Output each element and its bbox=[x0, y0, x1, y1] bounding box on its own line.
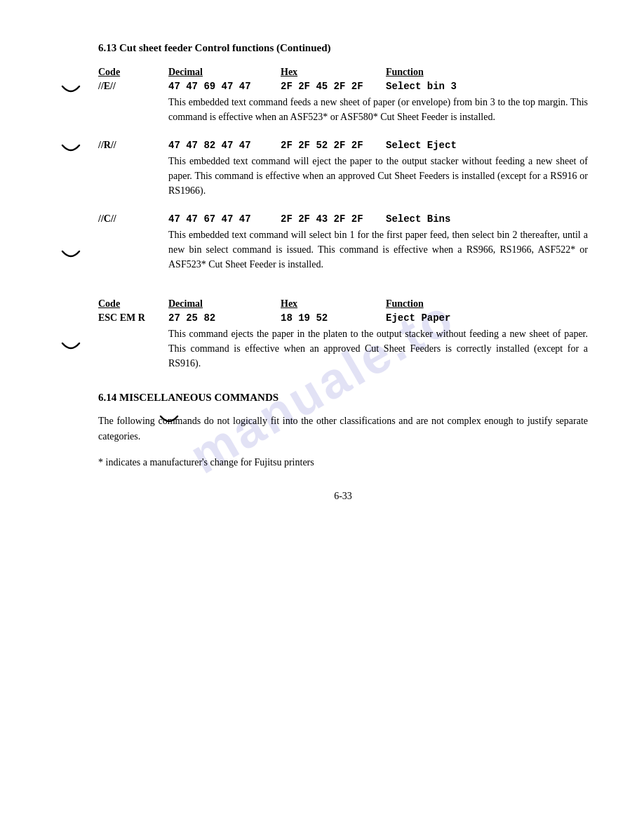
entry-ESC-decimal: 27 25 82 bbox=[168, 312, 281, 324]
section-614-footnote: * indicates a manufacturer's change for … bbox=[98, 455, 588, 470]
section-614: 6.14 MISCELLANEOUS COMMANDS The followin… bbox=[98, 392, 588, 470]
page-number: 6-33 bbox=[98, 491, 588, 502]
entry-R-body: This embedded text command will eject th… bbox=[168, 154, 588, 198]
entry-C-decimal: 47 47 67 47 47 bbox=[168, 213, 281, 225]
sidebar-icon-E bbox=[60, 84, 82, 98]
sidebar-icon-C bbox=[60, 249, 82, 263]
table-header-2: Code Decimal Hex Function bbox=[98, 298, 588, 310]
entry-C-body: This embedded text command will select b… bbox=[168, 227, 588, 272]
entry-E-decimal: 47 47 69 47 47 bbox=[168, 81, 281, 92]
entry-ESC: ESC EM R 27 25 82 18 19 52 Eject Paper T… bbox=[98, 312, 588, 371]
entry-E-hex: 2F 2F 45 2F 2F bbox=[281, 81, 386, 92]
col-hex-header2: Hex bbox=[281, 298, 386, 310]
entry-ESC-body: This command ejects the paper in the pla… bbox=[168, 326, 588, 371]
entry-E-body: This embedded text command feeds a new s… bbox=[168, 95, 588, 124]
entry-ESC-hex: 18 19 52 bbox=[281, 312, 386, 324]
col-code-header: Code bbox=[98, 67, 168, 78]
entry-R-function: Select Eject bbox=[386, 140, 457, 151]
entry-C: //C// 47 47 67 47 47 2F 2F 43 2F 2F Sele… bbox=[98, 213, 588, 272]
entry-R-decimal: 47 47 82 47 47 bbox=[168, 140, 281, 151]
col-code-header2: Code bbox=[98, 298, 168, 310]
col-function-header: Function bbox=[386, 67, 526, 78]
entry-R: //R// 47 47 82 47 47 2F 2F 52 2F 2F Sele… bbox=[98, 140, 588, 198]
col-decimal-header: Decimal bbox=[168, 67, 281, 78]
col-hex-header: Hex bbox=[281, 67, 386, 78]
entry-R-code: //R// bbox=[98, 140, 168, 151]
entry-C-code: //C// bbox=[98, 213, 168, 225]
entry-ESC-code: ESC EM R bbox=[98, 312, 168, 324]
entry-E-function: Select bin 3 bbox=[386, 81, 457, 92]
entry-C-hex: 2F 2F 43 2F 2F bbox=[281, 213, 386, 225]
entry-ESC-function: Eject Paper bbox=[386, 312, 450, 324]
entry-E-code: //E// bbox=[98, 81, 168, 92]
section-title: 6.13 Cut sheet feeder Control functions … bbox=[98, 42, 588, 54]
entry-R-hex: 2F 2F 52 2F 2F bbox=[281, 140, 386, 151]
entry-C-function: Select Bins bbox=[386, 213, 450, 225]
entry-E: //E// 47 47 69 47 47 2F 2F 45 2F 2F Sele… bbox=[98, 81, 588, 124]
sidebar-icon-R bbox=[60, 143, 82, 157]
col-function-header2: Function bbox=[386, 298, 526, 310]
col-decimal-header2: Decimal bbox=[168, 298, 281, 310]
sidebar-icon-ESC bbox=[60, 340, 82, 355]
section-614-title: 6.14 MISCELLANEOUS COMMANDS bbox=[98, 392, 588, 404]
table-header-1: Code Decimal Hex Function bbox=[98, 67, 588, 78]
sidebar-icon-614 bbox=[158, 413, 180, 428]
